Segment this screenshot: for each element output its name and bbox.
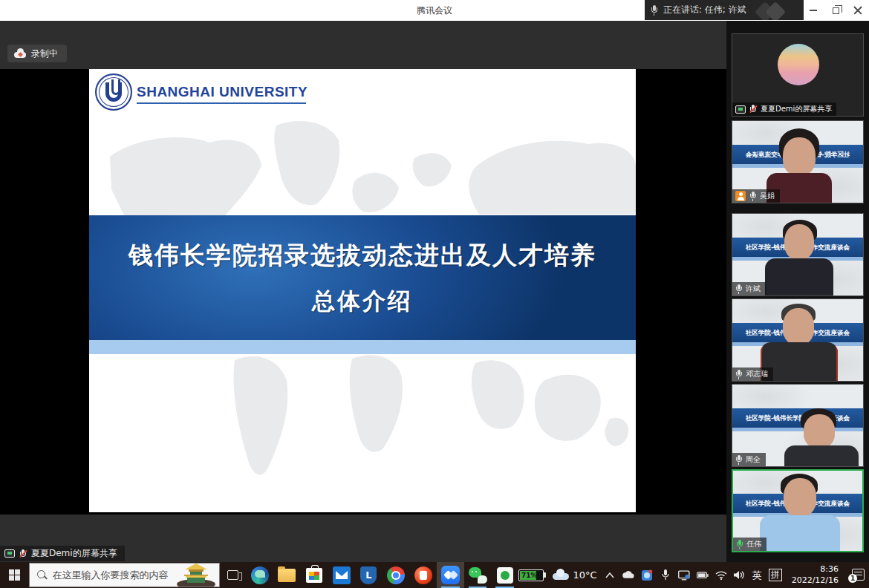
weather-cloud-icon [553,570,569,580]
tencent-meeting-logo-icon [755,1,790,20]
start-button[interactable] [0,562,29,588]
search-icon [37,570,47,580]
restore-button[interactable] [824,0,847,21]
muted-microphone-icon [749,104,757,114]
notification-count-badge: 1 [848,574,857,583]
tile-nameplate: 夏夏Demi的屏幕共享 [732,102,836,116]
taskbar-app-store[interactable] [301,562,328,588]
wifi-icon[interactable] [715,567,727,584]
ime-mode-indicator[interactable]: 拼 [769,569,782,581]
avatar [778,44,819,85]
windows-logo-icon [9,569,20,581]
participant-name: 夏夏Demi的屏幕共享 [761,104,832,114]
battery-manager-icon[interactable]: 71% [518,569,546,581]
participant-tile[interactable]: 社区学院-钱伟长学院合作交流座谈会 周全 [732,384,864,467]
participant-tile-active-speaker[interactable]: 社区学院-钱伟长学院合作交流座谈会 任伟 [732,469,864,552]
temperature-label: 10°C [573,569,597,581]
windows-taskbar: L 71% 10°C [0,562,869,588]
shanghai-university-emblem-icon [95,74,132,111]
speaking-label: 正在讲话: 任伟; 许斌 [663,4,746,16]
tencent-meeting-icon [441,566,460,584]
tray-battery-icon[interactable] [697,567,709,584]
office-icon [414,566,432,584]
tile-nameplate: 邓志瑞 [732,368,773,381]
tile-nameplate: 任伟 [733,538,767,551]
battery-percent: 71% [519,572,538,579]
restore-icon [833,7,839,14]
system-tray: 71% 10°C [518,562,869,588]
taskbar-app-wechat[interactable] [464,562,492,588]
weather-widget[interactable]: 10°C [553,569,597,581]
meeting-main-area: 录制中 [0,21,869,562]
taskbar-app-chrome[interactable] [383,562,410,588]
minimize-icon [810,10,817,11]
wechat-icon [469,567,487,584]
microphone-icon [651,5,657,16]
screen-share-icon [4,549,15,558]
participant-name: 周全 [746,454,761,465]
participant-tile[interactable]: 社区学院-钱伟长学院合作交流座谈会 吴娟 [732,120,864,203]
task-view-button[interactable] [220,562,246,588]
onedrive-cloud-icon[interactable] [622,567,634,584]
presentation-slide: SHANGHAI UNIVERSITY 钱伟长学院招录选拔动态进出及人才培养 总… [89,69,636,512]
mail-icon [333,566,351,584]
chrome-icon [387,566,405,584]
host-icon [735,191,746,201]
participants-sidebar: 夏夏Demi的屏幕共享 社区学院-钱伟长学院合作交流座谈会 吴娟 [726,21,869,562]
notification-center-button[interactable]: 1 [848,568,865,583]
tray-microphone-icon[interactable] [660,567,671,584]
microphone-active-icon [736,540,743,549]
participant-tile-screen-share[interactable]: 夏夏Demi的屏幕共享 [732,33,864,117]
taskbar-app-green[interactable] [491,562,518,588]
share-toast-label: 夏夏Demi的屏幕共享 [31,547,117,560]
recording-label: 录制中 [31,48,58,60]
screen-share-viewport: SHANGHAI UNIVERSITY 钱伟长学院招录选拔动态进出及人才培养 总… [0,69,726,514]
clock-time: 8:36 [792,564,839,575]
participant-name: 许斌 [746,284,761,294]
participant-tile[interactable]: 社区学院-钱伟长学院合作交流座谈会 许斌 [732,213,864,296]
microphone-icon [735,284,742,294]
taskbar-app-office[interactable] [409,562,437,588]
taskbar-app-tencent-meeting[interactable] [437,562,464,588]
clock-date: 2022/12/16 [792,575,839,587]
participant-tile[interactable]: 社区学院-钱伟长学院合作交流座谈会 邓志瑞 [732,298,864,382]
screen-share-icon [735,105,746,114]
speaking-indicator: 正在讲话: 任伟; 许斌 [645,0,804,20]
slide-title-banner: 钱伟长学院招录选拔动态进出及人才培养 总体介绍 [89,215,636,340]
microsoft-store-icon [306,568,322,583]
slide-accent-strip [89,340,636,354]
recording-badge[interactable]: 录制中 [7,45,67,62]
taskbar-app-file-explorer[interactable] [273,562,301,588]
taskbar-app-mail[interactable] [328,562,355,588]
taskbar-app-edge[interactable] [246,562,273,588]
tile-nameplate: 吴娟 [732,189,780,203]
taskbar-clock[interactable]: 8:36 2022/12/16 [789,564,842,587]
tray-expand-chevron-icon[interactable] [604,567,616,584]
display-cast-icon[interactable] [678,567,690,584]
green-app-icon [497,567,513,584]
volume-icon[interactable] [734,567,746,584]
cloud-recording-icon [14,50,26,58]
window-controls [802,0,869,21]
ime-language-indicator[interactable]: 英 [752,569,762,582]
tile-nameplate: 许斌 [732,282,766,295]
participant-name: 吴娟 [760,191,775,201]
tile-nameplate: 周全 [732,453,766,466]
microphone-icon [735,370,742,379]
window-titlebar: 腾讯会议 正在讲话: 任伟; 许斌 [0,0,869,21]
task-view-icon [227,570,238,580]
slide-title-line1: 钱伟长学院招录选拔动态进出及人才培养 [128,239,596,272]
taskbar-app-lenovo[interactable]: L [355,562,383,588]
close-icon [853,6,862,15]
screen-share-toast: 夏夏Demi的屏幕共享 [0,546,125,561]
close-button[interactable] [847,0,869,21]
minimize-button[interactable] [802,0,824,21]
search-input[interactable] [53,569,186,581]
university-logo: SHANGHAI UNIVERSITY [95,74,307,111]
university-name: SHANGHAI UNIVERSITY [137,84,307,100]
microphone-icon [735,455,742,465]
messaging-app-icon[interactable] [641,567,653,584]
participant-name: 任伟 [746,539,761,549]
taskbar-search[interactable] [29,563,221,587]
file-explorer-icon [278,569,296,582]
